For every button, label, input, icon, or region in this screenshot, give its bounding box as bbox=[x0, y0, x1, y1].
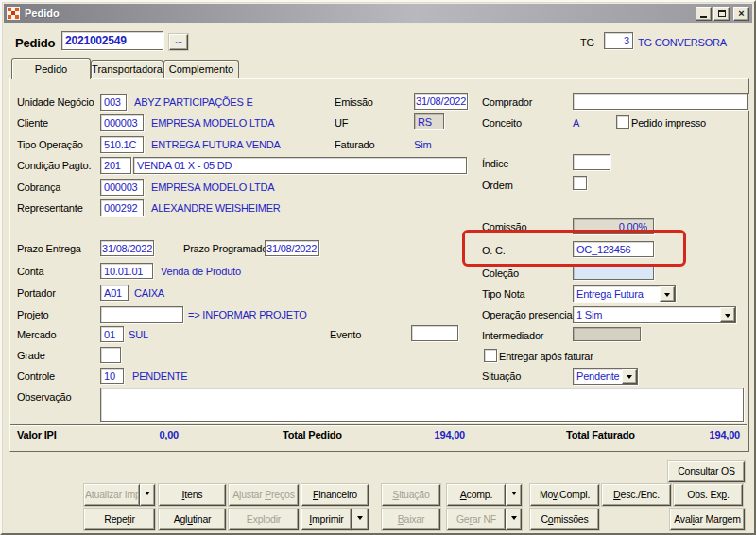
maximize-button[interactable] bbox=[713, 7, 730, 21]
portador-input[interactable] bbox=[100, 285, 129, 301]
oc-label: O. C. bbox=[482, 245, 506, 256]
controle-input[interactable] bbox=[100, 368, 124, 384]
situacao-dropdown-button[interactable] bbox=[622, 369, 637, 384]
tg-input[interactable] bbox=[604, 32, 633, 49]
tipo-nota-dropdown-button[interactable] bbox=[660, 286, 675, 302]
imprimir-button[interactable]: Imprimir bbox=[301, 509, 352, 530]
unidade-negocio-label: Unidade Negócio bbox=[17, 96, 94, 108]
prazo-programado-input[interactable] bbox=[265, 240, 319, 256]
tipo-nota-value: Entrega Futura bbox=[574, 286, 660, 302]
uf-input[interactable] bbox=[414, 113, 444, 129]
operacao-presencial-dropdown-button[interactable] bbox=[720, 307, 735, 322]
faturado-value: Sim bbox=[414, 139, 431, 150]
cobranca-input[interactable] bbox=[100, 179, 144, 196]
acomp-dropdown-button[interactable] bbox=[506, 484, 522, 506]
minimize-button[interactable] bbox=[696, 7, 712, 21]
entregar-apos-faturar-checkbox[interactable] bbox=[484, 349, 497, 362]
controle-desc: PENDENTE bbox=[132, 371, 187, 382]
imprimir-dropdown-button[interactable] bbox=[352, 509, 369, 530]
tipo-nota-dropdown[interactable]: Entrega Futura bbox=[573, 285, 676, 302]
mov-compl-button[interactable]: Mov.Compl. bbox=[530, 484, 599, 506]
caret-down-icon bbox=[725, 314, 730, 320]
cliente-input[interactable] bbox=[100, 114, 144, 131]
financeiro-button[interactable]: Financeiro bbox=[301, 484, 369, 506]
ajustar-precos-button[interactable]: Ajustar Preços bbox=[229, 484, 299, 506]
atualizar-imp-dropdown-button[interactable] bbox=[140, 484, 155, 506]
cobranca-desc: EMPRESA MODELO LTDA bbox=[151, 181, 274, 193]
tab-complemento[interactable]: Complemento bbox=[163, 60, 239, 78]
situacao-button[interactable]: Situação bbox=[382, 484, 440, 506]
operacao-presencial-dropdown[interactable]: 1 Sim bbox=[573, 306, 736, 323]
explodir-button[interactable]: Explodir bbox=[229, 509, 299, 530]
gerar-nf-button[interactable]: Gerar NF bbox=[447, 509, 506, 530]
ordem-input[interactable] bbox=[573, 176, 587, 190]
conta-desc: Venda de Produto bbox=[161, 266, 241, 277]
mercado-desc: SUL bbox=[129, 329, 148, 340]
observacao-textarea[interactable] bbox=[100, 388, 744, 422]
colecao-input[interactable] bbox=[573, 265, 654, 280]
caret-down-icon bbox=[145, 492, 150, 498]
aglutinar-button[interactable]: Aglutinar bbox=[159, 509, 226, 530]
total-faturado-label: Total Faturado bbox=[566, 429, 635, 440]
situacao-dropdown[interactable]: Pendente bbox=[573, 368, 638, 385]
acomp-button[interactable]: Acomp. bbox=[447, 484, 506, 506]
desc-enc-button[interactable]: Desc./Enc. bbox=[602, 484, 671, 506]
tipo-operacao-input[interactable] bbox=[100, 136, 144, 153]
representante-desc: ALEXANDRE WEISHEIMER bbox=[151, 202, 281, 214]
consultar-os-button[interactable]: Consultar OS bbox=[668, 461, 745, 482]
prazo-entrega-input[interactable] bbox=[100, 240, 154, 256]
valor-ipi-value: 0,00 bbox=[115, 429, 179, 440]
tab-pedido[interactable]: Pedido bbox=[11, 58, 91, 79]
faturado-label: Faturado bbox=[335, 139, 374, 150]
window-title: Pedido bbox=[25, 8, 694, 19]
caret-down-icon bbox=[664, 293, 670, 300]
avaliar-margem-button[interactable]: Avaliar Margem bbox=[670, 509, 745, 530]
condicao-pagto-label: Condição Pagto. bbox=[17, 160, 91, 171]
pedido-impresso-checkbox[interactable] bbox=[616, 115, 629, 129]
representante-input[interactable] bbox=[100, 199, 144, 216]
atualizar-imp-button[interactable]: Atualizar Imp bbox=[84, 484, 140, 506]
grade-input[interactable] bbox=[100, 347, 121, 363]
comissoes-button[interactable]: Comissões bbox=[530, 509, 599, 530]
indice-label: Índice bbox=[482, 158, 508, 169]
cobranca-label: Cobrança bbox=[17, 181, 60, 193]
projeto-input[interactable] bbox=[100, 306, 183, 323]
pedido-number-input[interactable] bbox=[61, 31, 163, 50]
mercado-input[interactable] bbox=[100, 326, 124, 342]
minimize-icon bbox=[700, 16, 707, 18]
conta-input[interactable] bbox=[100, 263, 153, 279]
itens-button[interactable]: Itens bbox=[159, 484, 226, 506]
caret-down-icon bbox=[511, 516, 517, 523]
operacao-presencial-label: Operação presencial bbox=[482, 309, 575, 320]
portador-desc: CAIXA bbox=[134, 287, 164, 299]
pedido-header-label: Pedido bbox=[15, 36, 55, 50]
unidade-negocio-input[interactable] bbox=[100, 94, 127, 111]
maximize-icon bbox=[718, 10, 726, 17]
valor-ipi-label: Valor IPI bbox=[17, 429, 57, 440]
tg-description: TG CONVERSORA bbox=[638, 37, 727, 48]
close-button[interactable]: × bbox=[733, 7, 749, 21]
unidade-negocio-desc: ABYZ PARTICIPAÇÕES E bbox=[134, 96, 253, 108]
emissao-label: Emissão bbox=[335, 96, 373, 108]
projeto-label: Projeto bbox=[17, 309, 48, 320]
indice-input[interactable] bbox=[573, 154, 610, 170]
evento-input[interactable] bbox=[411, 325, 458, 341]
operacao-presencial-value: 1 Sim bbox=[574, 307, 720, 322]
emissao-input[interactable] bbox=[414, 93, 468, 110]
oc-input[interactable] bbox=[573, 241, 654, 257]
comprador-input[interactable] bbox=[573, 93, 748, 110]
comissao-input[interactable] bbox=[573, 218, 654, 234]
obs-exp-button[interactable]: Obs. Exp. bbox=[674, 484, 743, 506]
baixar-button[interactable]: Baixar bbox=[382, 509, 440, 530]
observacao-label: Observação bbox=[17, 391, 71, 403]
tab-transportadora[interactable]: Transportadora bbox=[91, 60, 163, 78]
repetir-button[interactable]: Repetir bbox=[84, 509, 155, 530]
pedido-lookup-button[interactable]: ... bbox=[169, 34, 188, 50]
situacao-value: Pendente bbox=[574, 369, 622, 384]
condicao-pagto-code-input[interactable] bbox=[100, 157, 131, 174]
condicao-pagto-desc-input[interactable] bbox=[133, 157, 467, 174]
gerar-nf-dropdown-button[interactable] bbox=[506, 509, 522, 530]
intermediador-input[interactable] bbox=[573, 327, 641, 341]
comprador-label: Comprador bbox=[482, 96, 532, 108]
prazo-programado-label: Prazo Programado bbox=[183, 243, 267, 254]
